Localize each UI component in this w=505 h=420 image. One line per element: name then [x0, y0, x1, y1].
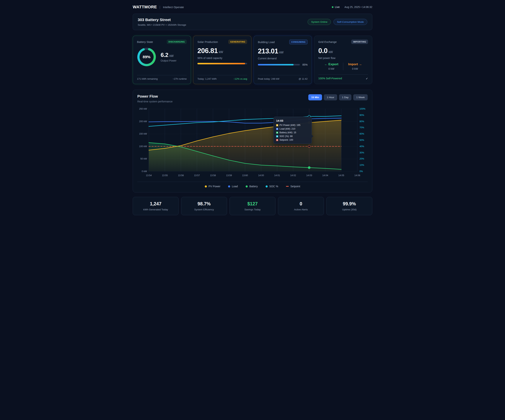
range-button-1-day[interactable]: 1 Day	[339, 94, 351, 100]
battery-state-card: Battery State DISCHARGING	[133, 36, 191, 84]
stat-card-kwh-generated-today: 1,247kWh Generated Today	[133, 197, 179, 215]
site-badge-0[interactable]: System Online	[308, 19, 331, 25]
tooltip-swatch-icon	[276, 139, 278, 141]
stat-value: $127	[232, 201, 273, 206]
svg-text:250 kW: 250 kW	[139, 108, 147, 110]
grid-export-column: ← Export 0 kW	[320, 63, 343, 70]
site-badge-1[interactable]: Self-Consumption Mode	[334, 19, 367, 25]
load-progress-track	[258, 64, 300, 65]
svg-text:90%: 90%	[360, 114, 364, 116]
load-progress-percent: 85%	[303, 63, 308, 66]
tooltip-row-0: PV Power (kW): 195	[276, 124, 309, 127]
building-load-card: Building Load CONSUMING 213.01kW Current…	[254, 36, 312, 84]
svg-text:150 kW: 150 kW	[139, 133, 147, 135]
legend-dash-icon	[286, 186, 289, 187]
solar-production-card: Solar Production GENERATING 206.81kW 96%…	[193, 36, 251, 84]
svg-text:40%: 40%	[360, 145, 364, 148]
grid-import-label: Import →	[348, 63, 362, 66]
power-flow-chart[interactable]: 0 kW50 kW100 kW150 kW200 kW250 kW0%10%20…	[137, 106, 368, 180]
battery-runtime: ~27h runtime	[173, 77, 187, 80]
solar-unit: kW	[219, 51, 223, 54]
legend-item-soc-[interactable]: SOC %	[266, 185, 278, 188]
live-indicator-icon	[332, 6, 334, 8]
svg-text:14:00: 14:00	[258, 174, 264, 177]
product-name: Intellect Operate	[163, 6, 184, 9]
solar-progress-track	[197, 63, 247, 64]
svg-text:13:56: 13:56	[178, 174, 184, 177]
grid-flow-columns: ← Export 0 kW Import → 0 kW	[318, 63, 368, 70]
site-card: 303 Battery Street Seattle, WA • 215kW P…	[133, 14, 372, 30]
power-flow-chart-canvas[interactable]: 0 kW50 kW100 kW150 kW200 kW250 kW0%10%20…	[137, 106, 368, 180]
solar-card-divider	[197, 75, 247, 75]
metric-cards-row: Battery State DISCHARGING	[133, 36, 372, 84]
site-name: 303 Battery Street	[138, 18, 186, 22]
svg-text:14:02: 14:02	[290, 174, 296, 177]
load-value: 213.01	[258, 47, 278, 55]
legend-item-pv-power[interactable]: PV Power	[205, 185, 220, 188]
check-icon: ✓	[366, 77, 368, 80]
chart-legend: PV PowerLoadBatterySOC %Setpoint	[137, 182, 368, 189]
brand-logo: WATTMORE	[133, 5, 157, 9]
svg-text:13:60: 13:60	[242, 174, 248, 177]
load-unit: kW	[279, 51, 283, 54]
grid-exchange-card: Grid Exchange IMPORTING 0.0kW Net power …	[314, 36, 372, 84]
stat-card-savings-today: $127Savings Today	[230, 197, 275, 215]
range-button-1-hour[interactable]: 1 Hour	[324, 94, 337, 100]
stat-label: kWh Generated Today	[135, 208, 177, 211]
stat-value: 1,247	[135, 201, 177, 206]
svg-text:80%: 80%	[360, 120, 364, 123]
grid-export-value: 0 kW	[324, 67, 338, 70]
battery-card-title: Battery State	[137, 40, 153, 44]
load-peak: Peak today: 248 kW	[258, 77, 279, 80]
chart-tooltip: 14:03 PV Power (kW): 195Load (kW): 210Ba…	[273, 117, 312, 144]
tooltip-swatch-icon	[276, 132, 278, 134]
legend-item-setpoint[interactable]: Setpoint	[286, 185, 300, 188]
svg-text:200 kW: 200 kW	[139, 120, 147, 123]
stat-label: System Efficiency	[183, 208, 225, 211]
svg-text:14:06: 14:06	[354, 174, 360, 177]
tooltip-swatch-icon	[276, 128, 278, 130]
svg-text:100 kW: 100 kW	[139, 145, 147, 148]
power-flow-heading: Power Flow Real-time system performance	[137, 94, 173, 103]
legend-dot-icon	[246, 185, 248, 187]
tooltip-row-4: Setpoint: 100	[276, 139, 309, 141]
svg-text:14:03: 14:03	[306, 174, 312, 177]
load-demand-label: Current demand	[258, 57, 308, 60]
site-badges: System OnlineSelf-Consumption Mode	[308, 19, 367, 25]
stat-value: 99.9%	[328, 201, 370, 206]
svg-text:50%: 50%	[360, 139, 364, 141]
summary-stats-row: 1,247kWh Generated Today98.7%System Effi…	[133, 197, 372, 215]
stat-card-uptime-30d-: 99.9%Uptime (30d)	[326, 197, 372, 215]
legend-item-battery[interactable]: Battery	[246, 185, 258, 188]
power-flow-subtitle: Real-time system performance	[137, 100, 173, 103]
range-button-15-min[interactable]: 15 Min	[308, 94, 322, 100]
svg-text:0%: 0%	[360, 170, 363, 173]
tooltip-row-1: Load (kW): 210	[276, 127, 309, 130]
battery-output-value: 6.2	[161, 52, 168, 58]
stat-label: Savings Today	[232, 208, 273, 211]
solar-vs-avg: ↑12% vs avg	[234, 77, 247, 80]
legend-dot-icon	[266, 185, 268, 187]
battery-soc-donut: 89%	[137, 47, 156, 67]
grid-value: 0.0	[318, 47, 328, 55]
load-card-title: Building Load	[258, 40, 275, 44]
load-card-divider	[258, 75, 308, 75]
tooltip-time: 14:03	[276, 119, 309, 122]
stat-card-active-alerts: 0Active Alerts	[278, 197, 324, 215]
battery-soc-percent: 89%	[137, 47, 156, 67]
grid-status-badge: IMPORTING	[351, 39, 368, 44]
grid-flow-label: Net power flow	[318, 57, 368, 59]
tooltip-row-3: SOC (%): 88	[276, 135, 309, 138]
range-button-1-week[interactable]: 1 Week	[353, 94, 368, 100]
legend-item-load[interactable]: Load	[228, 185, 238, 188]
stat-value: 0	[280, 201, 322, 206]
svg-text:100%: 100%	[360, 108, 366, 110]
stat-label: Active Alerts	[280, 208, 322, 211]
svg-text:50 kW: 50 kW	[140, 158, 147, 160]
battery-body: 89% 6.2kW Output Power	[137, 47, 187, 67]
live-label: Live	[335, 6, 340, 8]
load-status-badge: CONSUMING	[289, 39, 308, 44]
battery-output-unit: kW	[170, 54, 174, 57]
brand-area: WATTMORE | Intellect Operate	[133, 5, 184, 9]
dashboard-page: WATTMORE | Intellect Operate Live Aug 25…	[133, 0, 372, 220]
